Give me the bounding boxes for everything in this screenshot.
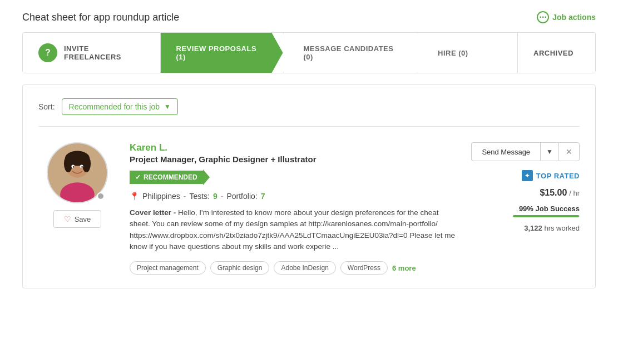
job-actions-button[interactable]: ··· Job actions	[537, 11, 596, 23]
job-success-row: 99% Job Success	[513, 205, 580, 217]
send-message-dropdown-button[interactable]: ▼	[540, 142, 558, 161]
step-review[interactable]: REVIEW PROPOSALS (1)	[161, 33, 283, 73]
freelancer-right: Send Message ▼ ✕ ✦ TOP RATED $15.00	[468, 142, 580, 232]
steps-navigation: ? INVITE FREELANCERS REVIEW PROPOSALS (1…	[22, 32, 596, 73]
step-hire[interactable]: HIRE (0)	[417, 33, 506, 73]
sort-dropdown[interactable]: Recommended for this job ▼	[62, 98, 178, 115]
freelancer-location: Philippines	[142, 192, 180, 201]
more-tags-link[interactable]: 6 more	[392, 264, 416, 272]
freelancer-name: Karen L.	[130, 142, 455, 153]
step-invite[interactable]: ? INVITE FREELANCERS	[23, 33, 161, 73]
top-rated-label: TOP RATED	[536, 172, 580, 180]
rate-display: $15.00 / hr	[540, 188, 580, 198]
recommended-badge: ✓ RECOMMENDED	[130, 169, 210, 185]
job-success-fill	[513, 215, 579, 217]
freelancer-title: Project Manager, Graphic Designer + Illu…	[130, 154, 455, 164]
step-invite-icon: ?	[38, 43, 57, 62]
step-archived[interactable]: ARCHIVED	[517, 33, 595, 73]
tags-row: Project management Graphic design Adobe …	[130, 261, 455, 275]
tag-graphic-design: Graphic design	[210, 261, 270, 275]
sort-dropdown-value: Recommended for this job	[69, 102, 160, 111]
svg-point-5	[82, 155, 91, 172]
main-content: Sort: Recommended for this job ▼	[22, 84, 596, 288]
action-buttons: Send Message ▼ ✕	[471, 142, 580, 161]
portfolio-label: Portfolio:	[226, 192, 257, 201]
step-message[interactable]: MESSAGE CANDIDATES (0)	[283, 33, 417, 73]
freelancer-card: ♡ Save Karen L. Project Manager, Graphic…	[38, 142, 580, 275]
hrs-worked-count: 3,122	[524, 224, 542, 232]
recommended-label: RECOMMENDED	[144, 173, 197, 181]
send-message-button[interactable]: Send Message	[471, 142, 540, 161]
tests-count: 9	[213, 192, 217, 201]
job-success-bar	[513, 215, 580, 217]
recommended-check: ✓ RECOMMENDED	[130, 171, 203, 184]
rate-amount: $15.00	[540, 188, 567, 197]
recommended-badge-tail	[203, 169, 210, 185]
page-title: Cheat sheet for app roundup article	[22, 12, 179, 23]
close-button[interactable]: ✕	[558, 142, 580, 161]
sort-row: Sort: Recommended for this job ▼	[38, 98, 580, 115]
tag-adobe-indesign: Adobe InDesign	[274, 261, 335, 275]
cover-letter-text: Hello, I'm interested to know more about…	[130, 208, 455, 251]
step-archived-label: ARCHIVED	[533, 49, 573, 57]
step-message-label: MESSAGE CANDIDATES (0)	[304, 44, 402, 61]
avatar-wrapper	[47, 142, 108, 203]
freelancer-info: Karen L. Project Manager, Graphic Design…	[130, 142, 455, 275]
job-success-label: 99% Job Success	[513, 205, 580, 213]
step-invite-label: INVITE FREELANCERS	[64, 44, 145, 61]
svg-point-4	[64, 155, 72, 172]
divider	[38, 126, 580, 127]
location-row: 📍 Philippines - Tests: 9 - Portfolio: 7	[130, 192, 455, 201]
tag-wordpress: WordPress	[340, 261, 388, 275]
location-pin-icon: 📍	[130, 192, 139, 201]
step-review-label: REVIEW PROPOSALS (1)	[176, 44, 265, 61]
sort-label: Sort:	[38, 102, 55, 111]
rate-unit: / hr	[569, 189, 580, 197]
save-button[interactable]: ♡ Save	[53, 210, 102, 228]
chevron-down-icon: ▼	[164, 103, 171, 111]
shield-icon: ✦	[522, 170, 533, 181]
cover-letter: Cover letter - Hello, I'm interested to …	[130, 207, 455, 252]
portfolio-count: 7	[261, 192, 265, 201]
save-label: Save	[75, 215, 91, 223]
heart-icon: ♡	[64, 215, 71, 223]
step-hire-label: HIRE (0)	[438, 49, 468, 57]
freelancer-left: ♡ Save	[38, 142, 116, 228]
job-actions-label: Job actions	[552, 13, 596, 22]
ellipsis-icon: ···	[537, 11, 549, 23]
top-rated-badge: ✦ TOP RATED	[522, 170, 580, 181]
tests-label: Tests:	[189, 192, 210, 201]
hrs-worked: 3,122 hrs worked	[524, 224, 580, 232]
close-icon: ✕	[566, 147, 572, 156]
tag-project-management: Project management	[130, 261, 206, 275]
checkmark-icon: ✓	[135, 173, 141, 181]
svg-point-9	[81, 166, 83, 168]
avatar-status-dot	[97, 192, 105, 200]
cover-letter-heading: Cover letter -	[130, 208, 176, 217]
chevron-down-icon: ▼	[546, 148, 553, 156]
svg-point-8	[73, 166, 75, 168]
